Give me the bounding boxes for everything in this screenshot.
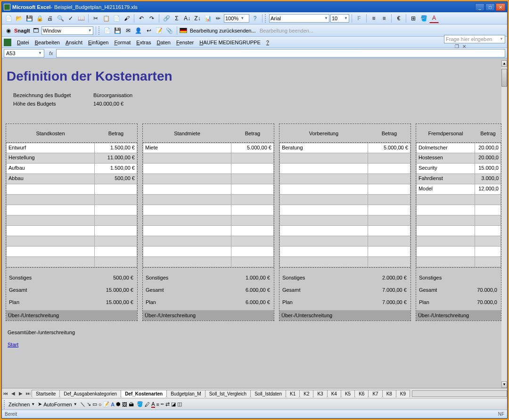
item-label[interactable] xyxy=(6,247,95,257)
table-row[interactable] xyxy=(143,153,274,164)
item-value[interactable] xyxy=(231,215,274,226)
table-row[interactable]: Beratung5.000,00 € xyxy=(279,143,410,153)
item-value[interactable] xyxy=(95,226,137,236)
table-row[interactable] xyxy=(416,195,501,205)
sheet-tab[interactable]: K6 xyxy=(354,390,369,397)
horizontal-scrollbar[interactable] xyxy=(412,390,507,397)
item-value[interactable] xyxy=(368,226,410,236)
table-row[interactable]: Security15.000,0 xyxy=(416,164,501,174)
autosum-icon[interactable]: Σ xyxy=(172,14,181,23)
sort-desc-icon[interactable]: Z↓ xyxy=(193,14,202,23)
menu-[interactable]: ? xyxy=(263,38,272,47)
scroll-down-icon[interactable]: ▼ xyxy=(501,381,507,388)
sheet-tab[interactable]: Soll_Ist_Vergleich xyxy=(205,390,251,397)
item-label[interactable] xyxy=(143,195,231,205)
fill-color-draw-icon[interactable]: 🪣 xyxy=(137,401,143,407)
item-value[interactable] xyxy=(475,226,501,236)
item-value[interactable] xyxy=(475,257,501,267)
item-label[interactable] xyxy=(416,236,475,247)
table-row[interactable] xyxy=(143,174,274,184)
item-value[interactable] xyxy=(368,153,410,164)
draw-menu[interactable]: Zeichnen xyxy=(8,402,30,407)
item-label[interactable] xyxy=(143,205,231,215)
table-row[interactable]: Abbau500,00 € xyxy=(6,174,137,184)
fontsize-combo[interactable]: 10▼ xyxy=(330,14,349,23)
item-value[interactable] xyxy=(231,257,274,267)
table-row[interactable]: Miete5.000,00 € xyxy=(143,143,274,153)
table-row[interactable] xyxy=(416,236,501,247)
name-box[interactable]: A53▼ xyxy=(4,49,44,58)
sheet-tab[interactable]: K1 xyxy=(286,390,300,397)
sheet-tab[interactable]: K7 xyxy=(368,390,382,397)
sheet-tab[interactable]: K8 xyxy=(382,390,396,397)
table-row[interactable] xyxy=(6,257,137,267)
flag-germany-icon[interactable] xyxy=(180,28,187,33)
item-label[interactable] xyxy=(143,164,231,174)
item-label[interactable]: Beratung xyxy=(279,143,368,153)
line-color-icon[interactable]: 🖊 xyxy=(145,402,150,407)
item-value[interactable] xyxy=(475,236,501,247)
item-value[interactable] xyxy=(231,236,274,247)
table-row[interactable] xyxy=(416,215,501,226)
align-center-icon[interactable]: ≡ xyxy=(379,14,389,23)
table-row[interactable]: Aufbau1.500,00 € xyxy=(6,164,137,174)
toolbar-handle[interactable] xyxy=(265,14,267,23)
open-file-icon[interactable]: 📂 xyxy=(14,14,24,23)
item-label[interactable]: Herstellung xyxy=(6,153,95,164)
item-value[interactable]: 5.000,00 € xyxy=(231,143,274,153)
item-label[interactable] xyxy=(279,247,368,257)
table-row[interactable] xyxy=(6,195,137,205)
sheet-tab[interactable]: K9 xyxy=(396,390,410,397)
table-row[interactable] xyxy=(279,164,410,174)
item-value[interactable]: 1.500,00 € xyxy=(95,143,137,153)
item-value[interactable] xyxy=(95,195,137,205)
item-value[interactable] xyxy=(368,247,410,257)
clipart-icon[interactable]: 🖼 xyxy=(122,402,127,407)
review-end-label[interactable]: Bearbeitung beenden... xyxy=(260,28,313,33)
item-value[interactable] xyxy=(95,236,137,247)
item-label[interactable] xyxy=(416,215,475,226)
item-value[interactable] xyxy=(368,257,410,267)
item-label[interactable]: Security xyxy=(416,164,475,174)
item-value[interactable] xyxy=(231,164,274,174)
item-value[interactable] xyxy=(368,215,410,226)
item-label[interactable] xyxy=(143,153,231,164)
hyperlink-icon[interactable]: 🔗 xyxy=(162,14,171,23)
item-value[interactable] xyxy=(475,195,501,205)
sheet-tab[interactable]: K5 xyxy=(341,390,355,397)
item-value[interactable]: 500,00 € xyxy=(95,174,137,184)
currency-icon[interactable]: € xyxy=(394,14,403,23)
table-row[interactable] xyxy=(279,184,410,195)
snagit-capture-icon[interactable]: ◉ xyxy=(4,26,13,35)
item-label[interactable] xyxy=(6,236,95,247)
table-row[interactable] xyxy=(279,215,410,226)
item-label[interactable] xyxy=(416,226,475,236)
menu-ansicht[interactable]: Ansicht xyxy=(63,38,85,47)
table-row[interactable]: Dolmetscher20.000,0 xyxy=(416,143,501,153)
menu-haufemediengruppe[interactable]: HAUFE MEDIENGRUPPE xyxy=(197,38,263,47)
table-row[interactable] xyxy=(6,184,137,195)
minimize-button[interactable]: _ xyxy=(475,3,484,11)
item-value[interactable] xyxy=(95,257,137,267)
item-label[interactable] xyxy=(6,215,95,226)
item-label[interactable]: Entwurf xyxy=(6,143,95,153)
sheet-tab[interactable]: K4 xyxy=(327,390,341,397)
review-create-icon[interactable]: 📝 xyxy=(155,26,164,35)
item-label[interactable] xyxy=(143,215,231,226)
table-row[interactable] xyxy=(279,257,410,267)
menu-fenster[interactable]: Fenster xyxy=(173,38,197,47)
item-value[interactable]: 3.000,0 xyxy=(475,174,501,184)
sheet-tab[interactable]: Def_Ausgabenkategorien xyxy=(59,390,121,397)
toolbar-handle[interactable] xyxy=(4,400,6,409)
tab-nav-prev[interactable]: ◀ xyxy=(9,390,17,397)
item-label[interactable]: Hostessen xyxy=(416,153,475,164)
item-label[interactable] xyxy=(6,195,95,205)
item-value[interactable] xyxy=(368,236,410,247)
review-insert-icon[interactable]: 📎 xyxy=(165,26,174,35)
review-send-label[interactable]: Bearbeitung zurücksenden... xyxy=(190,28,256,33)
font-combo[interactable]: Arial▼ xyxy=(269,14,329,23)
item-value[interactable] xyxy=(95,247,137,257)
textbox-icon[interactable]: 📝 xyxy=(103,401,109,407)
item-value[interactable] xyxy=(231,153,274,164)
item-label[interactable] xyxy=(143,226,231,236)
